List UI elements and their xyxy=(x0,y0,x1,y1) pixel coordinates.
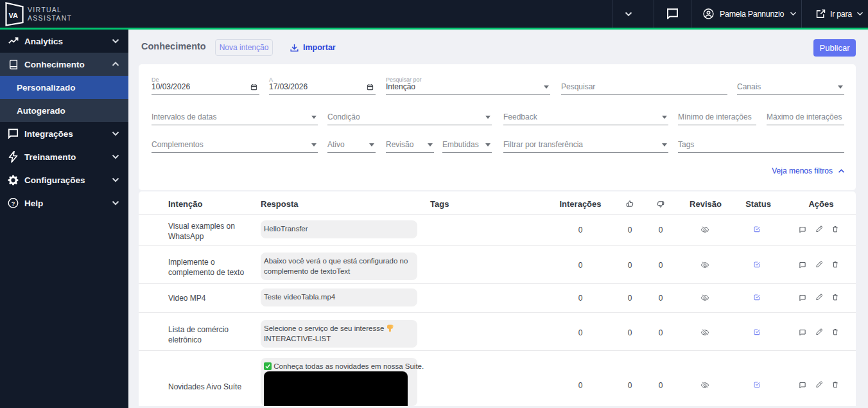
svg-text:?: ? xyxy=(12,200,15,207)
svg-text:VA: VA xyxy=(9,12,19,19)
